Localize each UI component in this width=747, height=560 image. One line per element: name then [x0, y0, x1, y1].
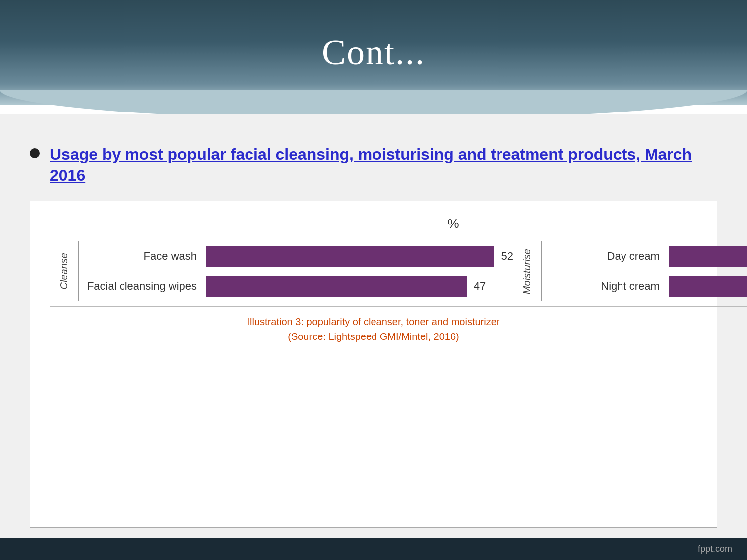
chart-group-1: MoisturiseDay cream70Night cream45: [513, 236, 747, 307]
bullet-dot: [30, 148, 40, 158]
bar-fill-0-0: [206, 246, 494, 267]
slide-content: Usage by most popular facial cleansing, …: [0, 114, 747, 538]
bar-fill-1-0: [669, 246, 747, 267]
bar-fill-1-1: [669, 276, 747, 297]
group-label-cell-1: Moisturise: [513, 241, 541, 301]
bars-area-0: Face wash52Facial cleansing wipes47: [78, 241, 513, 301]
bar-fill-0-1: [206, 276, 467, 297]
chart-groups: CleanseFace wash52Facial cleansing wipes…: [50, 236, 697, 307]
bar-value-0-0: 52: [501, 250, 513, 263]
chart-group-0: CleanseFace wash52Facial cleansing wipes…: [50, 236, 513, 307]
slide-title: Cont...: [322, 32, 425, 73]
group-label-0: Cleanse: [58, 253, 70, 289]
bars-area-1: Day cream70Night cream45: [541, 241, 747, 301]
slide-header: Cont...: [0, 0, 747, 105]
footer: fppt.com: [0, 538, 747, 560]
chart-container: % CleanseFace wash52Facial cleansing wip…: [30, 201, 717, 528]
group-label-1: Moisturise: [521, 249, 533, 294]
chart-percent-label: %: [210, 216, 697, 231]
bar-row-1-1: Night cream45: [542, 276, 747, 297]
bullet-link[interactable]: Usage by most popular facial cleansing, …: [50, 144, 717, 186]
group-label-cell-0: Cleanse: [50, 241, 78, 301]
bar-row-1-0: Day cream70: [542, 246, 747, 267]
bar-label-1-0: Day cream: [542, 250, 669, 263]
bar-row-0-1: Facial cleansing wipes47: [79, 276, 513, 297]
chart-caption: Illustration 3: popularity of cleanser, …: [50, 314, 697, 344]
bar-label-1-1: Night cream: [542, 280, 669, 293]
bar-value-0-1: 47: [474, 280, 486, 293]
chart-caption-line1: Illustration 3: popularity of cleanser, …: [50, 314, 697, 329]
footer-text: fppt.com: [698, 544, 732, 554]
bar-label-0-0: Face wash: [79, 250, 206, 263]
bar-row-0-0: Face wash52: [79, 246, 513, 267]
bar-label-0-1: Facial cleansing wipes: [79, 280, 206, 293]
slide: Cont... Usage by most popular facial cle…: [0, 0, 747, 560]
chart-caption-line2: (Source: Lightspeed GMI/Mintel, 2016): [50, 329, 697, 344]
bullet-section: Usage by most popular facial cleansing, …: [30, 144, 717, 186]
